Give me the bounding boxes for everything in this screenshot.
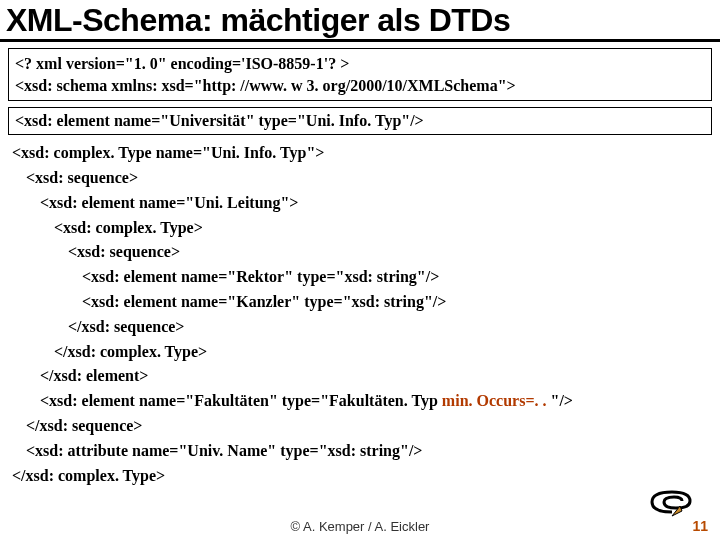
complex-type-close: </xsd: complex. Type> xyxy=(12,464,712,489)
xml-decl-line: <? xml version="1. 0" encoding='ISO-8859… xyxy=(15,53,705,75)
inner-sequence-close: </xsd: sequence> xyxy=(12,315,712,340)
inner-complex-close: </xsd: complex. Type> xyxy=(12,340,712,365)
sequence-close: </xsd: sequence> xyxy=(12,414,712,439)
attribute-univname: <xsd: attribute name="Univ. Name" type="… xyxy=(12,439,712,464)
element-leitung-close: </xsd: element> xyxy=(12,364,712,389)
element-decl-block: <xsd: element name="Universität" type="U… xyxy=(8,107,712,135)
page-number: 11 xyxy=(692,518,708,534)
spiral-arrow-icon xyxy=(642,484,702,520)
schema-open-line: <xsd: schema xmlns: xsd="http: //www. w … xyxy=(15,75,705,97)
slide-title: XML-Schema: mächtiger als DTDs xyxy=(0,0,720,42)
copyright-footer: © A. Kemper / A. Eickler xyxy=(0,519,720,534)
inner-sequence-open: <xsd: sequence> xyxy=(12,240,712,265)
xml-header-block: <? xml version="1. 0" encoding='ISO-8859… xyxy=(8,48,712,101)
complex-type-open: <xsd: complex. Type name="Uni. Info. Typ… xyxy=(12,141,712,166)
element-rektor: <xsd: element name="Rektor" type="xsd: s… xyxy=(12,265,712,290)
fakultaeten-prefix: <xsd: element name="Fakultäten" type="Fa… xyxy=(40,392,442,409)
fakultaeten-suffix: "/> xyxy=(551,392,573,409)
element-fakultaeten: <xsd: element name="Fakultäten" type="Fa… xyxy=(12,389,712,414)
element-univ-line: <xsd: element name="Universität" type="U… xyxy=(15,112,705,130)
inner-complex-open: <xsd: complex. Type> xyxy=(12,216,712,241)
schema-body-block: <xsd: complex. Type name="Uni. Info. Typ… xyxy=(12,141,712,488)
element-kanzler: <xsd: element name="Kanzler" type="xsd: … xyxy=(12,290,712,315)
sequence-open: <xsd: sequence> xyxy=(12,166,712,191)
element-leitung-open: <xsd: element name="Uni. Leitung"> xyxy=(12,191,712,216)
min-occurs-highlight: min. Occurs=. . xyxy=(442,392,551,409)
